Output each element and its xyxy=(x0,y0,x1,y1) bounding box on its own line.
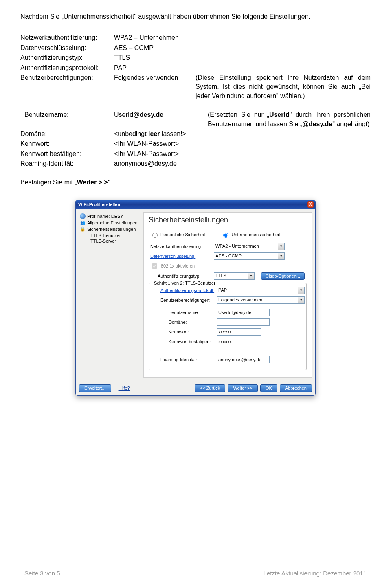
label-password2: Kennwort bestätigen: xyxy=(169,339,214,344)
label-authprot[interactable]: Authentifizierungsprotokoll: xyxy=(160,288,214,293)
intro-paragraph: Nachdem Sie „Unternehmenssicherheit" aus… xyxy=(20,12,371,21)
dialog-title: WiFi-Profil erstellen xyxy=(78,202,120,207)
dropdown-userperm[interactable]: Folgendes verwenden▼ xyxy=(217,296,305,304)
footer-page: Seite 3 von 5 xyxy=(24,570,60,577)
sidebar-item-allgemein[interactable]: 👥Allgemeine Einstellungen xyxy=(79,219,140,226)
next-button[interactable]: Weiter >> xyxy=(228,384,258,392)
setting-label: Authentifizierungsprotokoll: xyxy=(20,64,114,72)
confirm-line: Bestätigen Sie mit „Weiter > >". xyxy=(20,178,371,187)
dropdown-netauth[interactable]: WPA2 - Unternehmen▼ xyxy=(214,243,285,250)
checkbox-8021x xyxy=(152,263,157,269)
field-roaming[interactable] xyxy=(217,356,270,363)
setting-value: TTLS xyxy=(114,53,196,62)
label-encryption[interactable]: Datenverschlüsselung: xyxy=(150,254,211,259)
sidebar-item-ttls-benutzer[interactable]: TTLS-Benutzer xyxy=(79,233,140,238)
setting-label: Kennwort: xyxy=(20,139,114,148)
radio-enterprise[interactable]: Unternehmenssicherheit xyxy=(221,231,280,238)
radio-personal[interactable]: Persönliche Sicherheit xyxy=(150,231,205,238)
fieldset-legend: Schritt 1 von 2: TTLS-Benutzer xyxy=(152,281,217,285)
setting-label: Domäne: xyxy=(20,129,114,138)
close-icon[interactable]: X xyxy=(307,201,314,208)
sidebar-item-profilname[interactable]: Profilname: DESY xyxy=(79,213,140,219)
dialog-sidebar: Profilname: DESY 👥Allgemeine Einstellung… xyxy=(79,212,140,378)
dialog-screenshot: WiFi-Profil erstellen X Profilname: DESY… xyxy=(20,200,371,396)
label-netauth: Netzverkauthentifizierung: xyxy=(150,244,211,249)
chevron-down-icon: ▼ xyxy=(278,253,284,259)
cancel-button[interactable]: Abbrechen xyxy=(280,384,312,392)
label-authtype: Authentifizierungstyp: xyxy=(158,274,211,279)
advanced-button[interactable]: Erweitert... xyxy=(79,384,111,392)
setting-label: Roaming-Identität: xyxy=(20,159,114,168)
field-password[interactable] xyxy=(217,328,261,336)
settings-table-2: Benutzername: UserId@desy.de (Ersetzten … xyxy=(20,110,371,168)
label-roaming: Roaming-Identität: xyxy=(160,357,214,362)
help-link[interactable]: Hilfe? xyxy=(119,386,130,391)
label-domain: Domäne: xyxy=(169,320,214,325)
setting-label: Datenverschlüsselung: xyxy=(20,44,114,53)
field-domain[interactable] xyxy=(217,318,270,326)
label-8021x: 802.1x aktivieren xyxy=(161,263,195,268)
setting-value: WPA2 – Unternehmen xyxy=(114,33,196,42)
lock-icon: 🔒 xyxy=(80,226,86,232)
setting-value: UserId@desy.de xyxy=(114,110,208,129)
setting-label: Benutzername: xyxy=(20,110,114,129)
globe-icon xyxy=(80,213,86,219)
setting-value: anonymous@desy.de xyxy=(114,159,208,168)
chevron-down-icon: ▼ xyxy=(298,297,304,303)
people-icon: 👥 xyxy=(80,220,86,226)
chevron-down-icon: ▼ xyxy=(278,243,284,250)
label-username: Benutzername: xyxy=(169,310,214,315)
footer-date: Letzte Aktualisierung: Dezember 2011 xyxy=(264,570,367,577)
settings-table-1: Netzwerkauthentifizierung: WPA2 – Untern… xyxy=(20,33,371,101)
dialog-main-pane: Sicherheitseinstellungen Persönliche Sic… xyxy=(143,212,312,378)
value-bold: @desy.de xyxy=(133,111,163,118)
setting-label: Kennwort bestätigen: xyxy=(20,149,114,158)
ttls-fieldset: Schritt 1 von 2: TTLS-Benutzer Authentif… xyxy=(149,283,307,370)
back-button[interactable]: << Zurück xyxy=(195,384,226,392)
sidebar-item-sicherheit[interactable]: 🔒Sicherheitseinstellungen xyxy=(79,226,140,233)
setting-value: <Ihr WLAN-Passwort> xyxy=(114,139,208,148)
setting-value: AES – CCMP xyxy=(114,44,196,53)
setting-value: <Ihr WLAN-Passwort> xyxy=(114,149,208,158)
value-prefix: UserId xyxy=(114,111,133,118)
cisco-options-button[interactable]: Cisco-Optionen... xyxy=(261,272,305,280)
dropdown-authtype[interactable]: TTLS▼ xyxy=(214,272,255,280)
field-username[interactable] xyxy=(217,309,270,316)
pane-title: Sicherheitseinstellungen xyxy=(148,214,308,227)
dialog-titlebar[interactable]: WiFi-Profil erstellen X xyxy=(76,200,315,209)
setting-value: <unbedingt leer lassen!> xyxy=(114,129,208,138)
setting-value: Folgendes verwenden xyxy=(114,73,196,101)
ok-button[interactable]: OK xyxy=(260,384,277,392)
label-userperm: Benutzerberechtigungen: xyxy=(160,298,214,303)
dropdown-authprot[interactable]: PAP▼ xyxy=(217,287,305,294)
setting-note: (Ersetzten Sie nur „UserId" durch Ihren … xyxy=(208,110,371,129)
chevron-down-icon: ▼ xyxy=(298,287,304,294)
setting-label: Netzwerkauthentifizierung: xyxy=(20,33,114,42)
label-password: Kennwort: xyxy=(169,329,214,334)
page-footer: Seite 3 von 5 Letzte Aktualisierung: Dez… xyxy=(0,570,391,577)
setting-value: PAP xyxy=(114,64,196,72)
setting-note: (Diese Einstellung speichert Ihre Nutzer… xyxy=(196,73,371,101)
setting-label: Benutzerberechtigungen: xyxy=(20,73,114,101)
field-password2[interactable] xyxy=(217,338,261,345)
chevron-down-icon: ▼ xyxy=(248,273,254,279)
setting-label: Authentifizierungstyp: xyxy=(20,53,114,62)
sidebar-item-ttls-server[interactable]: TTLS-Server xyxy=(79,238,140,244)
dropdown-encryption[interactable]: AES - CCMP▼ xyxy=(214,252,285,260)
